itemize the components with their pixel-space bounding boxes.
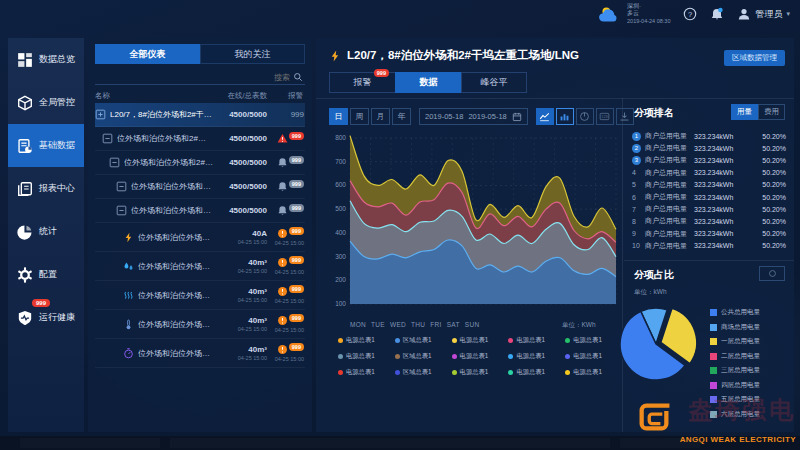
help-icon[interactable]: ? — [683, 7, 697, 21]
pie-legend-item[interactable]: 三层总用电量 — [710, 366, 760, 375]
number-card-tool-button[interactable]: 123 — [596, 108, 614, 125]
legend-item[interactable]: 电源总表1 — [508, 368, 563, 377]
legend-item[interactable]: 电源总表1 — [452, 336, 507, 345]
ranking-label: 商户总用电量 — [645, 192, 694, 202]
search-input[interactable] — [220, 73, 290, 82]
notification-bell-icon[interactable] — [710, 7, 724, 21]
list-tab-1[interactable]: 我的关注 — [200, 44, 305, 64]
list-item[interactable]: 位外场和泊位外场和2#干坞左一号所…40A04-25 15:0099904-25… — [95, 223, 305, 252]
ranking-percent: 50.20% — [750, 157, 786, 164]
ranking-label: 商户总用电量 — [645, 216, 694, 226]
search-icon[interactable] — [293, 72, 303, 82]
alarm-circle-icon — [277, 315, 288, 326]
ranking-row[interactable]: 7商户总用电量323.234kWh50.20% — [632, 203, 786, 215]
ranking-row[interactable]: 3商户总用电量323.234kWh50.20% — [632, 154, 786, 166]
list-tab-0[interactable]: 全部仪表 — [95, 44, 200, 64]
pie-chart-tool-button[interactable] — [576, 108, 594, 125]
bolt-icon — [329, 50, 341, 62]
ranking-rank: 2 — [632, 144, 645, 153]
ranking-toggle-1[interactable]: 费用 — [758, 104, 785, 120]
main-tab-0[interactable]: 报警999 — [329, 72, 395, 93]
ranking-row[interactable]: 5商户总用电量323.234kWh50.20% — [632, 179, 786, 191]
granularity-0[interactable]: 日 — [329, 108, 348, 125]
meter-value-col: 4500/5000 — [213, 158, 267, 167]
ranking-row[interactable]: 10商户总用电量323.234kWh50.20% — [632, 240, 786, 252]
legend-item[interactable]: 区域总表1 — [395, 368, 450, 377]
legend-item[interactable]: 区域总表1 — [395, 336, 450, 345]
list-item[interactable]: 位外场和泊位外场和2#干坞左一号所…40m³04-25 15:0099904-2… — [95, 281, 305, 310]
sidebar-item-report[interactable]: 报表中心 — [8, 167, 84, 210]
ranking-row[interactable]: 6商户总用电量323.234kWh50.20% — [632, 191, 786, 203]
ranking-toggle: 用量费用 — [731, 104, 785, 120]
pie-legend-item[interactable]: 公共总用电量 — [710, 308, 760, 317]
list-item[interactable]: 位外场和泊位外场和2#干坞左一号所日…4500/5000999 — [95, 175, 305, 199]
main-tab-1[interactable]: 数据 — [395, 72, 461, 93]
list-item[interactable]: 位外场和泊位外场和2#干坞左一号所…40m³04-25 15:0099904-2… — [95, 339, 305, 368]
pie-legend-item[interactable]: 四层总用电量 — [710, 381, 760, 390]
list-item[interactable]: L20/7，8#泊位外场和2#干坞左重工场地/LNG4500/5000999 — [95, 103, 305, 127]
main-tab-2[interactable]: 峰谷平 — [461, 72, 527, 93]
region-data-button[interactable]: 区域数据管理 — [724, 50, 785, 66]
granularity-2[interactable]: 月 — [371, 108, 390, 125]
granularity-1[interactable]: 周 — [350, 108, 369, 125]
sidebar-item-health[interactable]: 999运行健康 — [8, 296, 84, 339]
legend-item[interactable]: 电源总表1 — [452, 368, 507, 377]
meter-time: 04-25 15:00 — [238, 239, 267, 245]
bar-chart-tool-button[interactable] — [556, 108, 574, 125]
brand-chinese-watermark: 盎琦强电 — [688, 394, 796, 426]
sidebar-item-basic[interactable]: 基础数据 — [8, 124, 84, 167]
sidebar-item-overview[interactable]: 数据总览 — [8, 38, 84, 81]
legend-item[interactable]: 电源总表1 — [338, 352, 393, 361]
ranking-toggle-0[interactable]: 用量 — [731, 104, 758, 120]
sidebar-item-config[interactable]: 配置 — [8, 253, 84, 296]
list-item[interactable]: 位外场和泊位外场和2#干坞左一号所…40m³04-25 15:0099904-2… — [95, 310, 305, 339]
list-item[interactable]: 位外场和泊位外场和2#干坞左一号所…40m³04-25 15:0099904-2… — [95, 252, 305, 281]
ranking-percent: 50.20% — [750, 194, 786, 201]
meter-label: 位外场和泊位外场和2#干坞左一号所… — [138, 290, 213, 301]
ranking-rank-badge: 3 — [632, 156, 641, 165]
pie-legend-item[interactable]: 二层总用电量 — [710, 352, 760, 361]
legend-item[interactable]: 电源总表1 — [338, 336, 393, 345]
sidebar-item-global[interactable]: 全局管控 — [8, 81, 84, 124]
user-menu[interactable]: 管理员 ▾ — [737, 7, 790, 21]
meter-alarm-col: 99904-25 15:00 — [267, 286, 305, 304]
legend-item[interactable]: 电源总表1 — [452, 352, 507, 361]
sidebar-item-label: 数据总览 — [39, 53, 75, 66]
granularity-3[interactable]: 年 — [392, 108, 411, 125]
admin-label: 管理员 — [755, 8, 782, 21]
ranking-label: 商户总用电量 — [645, 180, 694, 190]
list-item[interactable]: 位外场和泊位外场和2#干坞左一号所…4500/5000999 — [95, 199, 305, 223]
meter-value: 4500/5000 — [229, 158, 267, 167]
plus-square-icon — [95, 109, 106, 120]
ranking-label: 商户总用电量 — [645, 229, 694, 239]
download-tool-button[interactable] — [616, 108, 634, 125]
legend-item[interactable]: 电源总表1 — [508, 352, 563, 361]
legend-item[interactable]: 电源总表1 — [338, 368, 393, 377]
sidebar-item-stats[interactable]: 统计 — [8, 210, 84, 253]
date-range-picker[interactable]: 2019-05-18 2019-05-18 — [419, 108, 528, 125]
sidebar-item-label: 基础数据 — [39, 139, 75, 152]
meter-alarm-col: 99904-25 15:00 — [267, 257, 305, 275]
ranking-row[interactable]: 1商户总用电量323.234kWh50.20% — [632, 130, 786, 142]
ranking-row[interactable]: 2商户总用电量323.234kWh50.20% — [632, 142, 786, 154]
ranking-row[interactable]: 9商户总用电量323.234kWh50.20% — [632, 228, 786, 240]
line-chart-tool-button[interactable] — [536, 108, 554, 125]
list-item[interactable]: 位外场和泊位外场和2#干坞左一号所重工场…4500/5000999 — [95, 127, 305, 151]
pie-section-toggle-button[interactable] — [759, 266, 785, 281]
ranking-label: 商户总用电量 — [645, 241, 694, 251]
ranking-row[interactable]: 8商户总用电量323.234kWh50.20% — [632, 215, 786, 227]
svg-text:600: 600 — [335, 181, 346, 188]
ranking-rank-badge: 2 — [632, 144, 641, 153]
legend-dot — [508, 338, 513, 343]
alarm-badge: 999 — [289, 227, 304, 235]
avatar-icon — [737, 7, 751, 21]
footer-block — [20, 438, 160, 448]
legend-dot — [565, 338, 570, 343]
ranking-row[interactable]: 4商户总用电量323.234kWh50.20% — [632, 167, 786, 179]
pie-legend-item[interactable]: 商场总用电量 — [710, 323, 760, 332]
legend-item[interactable]: 电源总表1 — [508, 336, 563, 345]
legend-item[interactable]: 区域总表1 — [395, 352, 450, 361]
list-item[interactable]: 位外场和泊位外场和2#干坞左一号所重工…4500/5000999 — [95, 151, 305, 175]
pie-legend-item[interactable]: 一层总用电量 — [710, 337, 760, 346]
legend-label: 区域总表1 — [403, 368, 432, 377]
